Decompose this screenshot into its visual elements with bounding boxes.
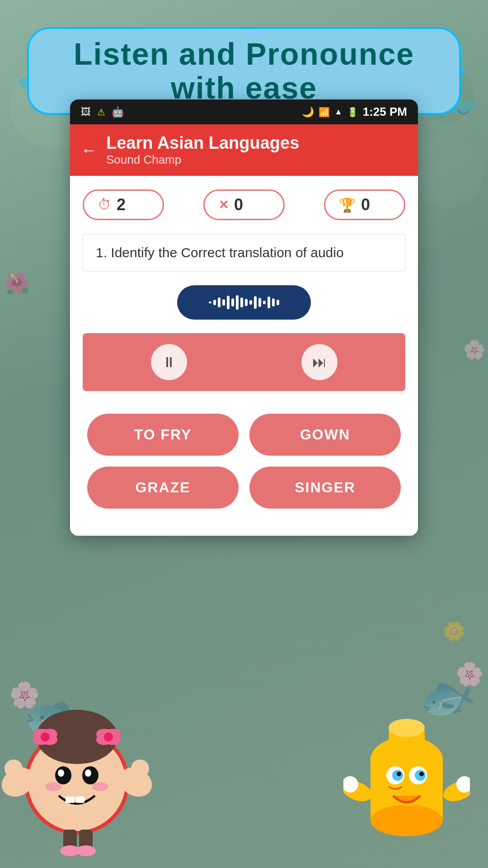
svg-point-20 (131, 760, 149, 778)
trophy-value: 0 (361, 195, 370, 214)
answer-button-0[interactable]: TO FRY (87, 414, 239, 456)
flower-5: 🌺 (5, 271, 30, 295)
app-title: Learn Asian Languages (106, 133, 299, 153)
svg-point-6 (45, 782, 61, 791)
wave-bar (222, 299, 225, 306)
pause-button[interactable]: ⏸ (151, 344, 187, 380)
flower-6: 🌸 (463, 339, 486, 360)
answer-button-3[interactable]: SINGER (249, 467, 401, 509)
skip-button[interactable]: ⏭ (301, 344, 338, 380)
android-status-icon: 🤖 (112, 106, 124, 118)
wave-bar (263, 301, 266, 304)
question-text: 1. Identify the Correct translation of a… (96, 245, 344, 260)
audio-play-button[interactable] (177, 285, 311, 320)
trophy-icon: 🏆 (339, 197, 356, 213)
score-row: ⏱ 2 ✕ 0 🏆 0 (83, 189, 405, 220)
wave-bar (277, 300, 279, 305)
status-icons-left: 🖼 ⚠ 🤖 (81, 106, 124, 118)
svg-rect-9 (75, 797, 84, 803)
svg-point-5 (85, 769, 91, 777)
svg-point-7 (92, 782, 108, 791)
wave-bar (231, 298, 234, 307)
wave-bar (240, 297, 243, 307)
app-subtitle: Sound Champ (106, 153, 299, 167)
wrong-value: 0 (234, 195, 243, 214)
image-status-icon: 🖼 (81, 106, 91, 118)
timer-value: 2 (117, 195, 126, 214)
svg-point-16 (104, 732, 113, 741)
wave-bar (227, 296, 230, 309)
moon-icon: 🌙 (302, 106, 314, 118)
phone-container: 🖼 ⚠ 🤖 🌙 📶 ▲ 🔋 1:25 PM ← Learn Asian Lang… (70, 99, 418, 536)
character-right (343, 687, 470, 859)
alert-status-icon: ⚠ (97, 107, 105, 118)
wave-bar (267, 297, 270, 308)
svg-rect-8 (66, 797, 75, 803)
app-title-block: Learn Asian Languages Sound Champ (106, 133, 299, 167)
wrong-badge: ✕ 0 (203, 189, 285, 220)
wrong-icon: ✕ (218, 198, 229, 212)
svg-point-27 (371, 805, 443, 836)
content-area: ⏱ 2 ✕ 0 🏆 0 1. Identify the Correct tran… (70, 176, 418, 536)
wave-bar (245, 299, 248, 306)
svg-point-4 (58, 769, 64, 777)
wave-bar (272, 298, 275, 307)
pause-icon: ⏸ (162, 354, 176, 371)
skip-icon: ⏭ (312, 354, 327, 371)
header-banner-text: Listen and Pronounce with ease (74, 37, 414, 105)
deco-circle-2 (411, 136, 483, 208)
flower-4: 🌼 (443, 621, 465, 642)
waveform (209, 295, 279, 310)
wave-bar (209, 302, 211, 303)
svg-point-18 (5, 760, 23, 778)
answer-button-1[interactable]: GOWN (249, 414, 401, 456)
wave-bar (254, 296, 257, 309)
trophy-badge: 🏆 0 (324, 189, 405, 220)
status-bar: 🖼 ⚠ 🤖 🌙 📶 ▲ 🔋 1:25 PM (70, 99, 418, 124)
question-box: 1. Identify the Correct translation of a… (83, 234, 405, 272)
wave-bar (213, 300, 216, 305)
character-left (0, 678, 154, 859)
battery-icon: 🔋 (347, 107, 358, 118)
status-icons-right: 🌙 📶 ▲ 🔋 1:25 PM (302, 105, 407, 119)
wave-bar (258, 298, 261, 307)
back-button[interactable]: ← (81, 141, 97, 160)
svg-point-13 (41, 732, 50, 741)
wave-bar (249, 300, 252, 305)
svg-point-24 (76, 845, 96, 856)
svg-point-29 (389, 719, 425, 737)
answer-button-2[interactable]: GRAZE (87, 467, 239, 509)
svg-point-34 (397, 772, 401, 776)
controls-row: ⏸ ⏭ (83, 333, 405, 391)
audio-button-wrapper (83, 285, 405, 320)
timer-badge: ⏱ 2 (83, 189, 164, 220)
wave-bar (218, 297, 221, 307)
signal-icon: ▲ (334, 107, 343, 117)
app-bar: ← Learn Asian Languages Sound Champ (70, 124, 418, 176)
svg-point-35 (419, 772, 424, 776)
answer-grid: TO FRY GOWN GRAZE SINGER (83, 414, 405, 522)
wave-bar (236, 295, 239, 310)
clock-icon: ⏱ (98, 197, 111, 212)
wifi-icon: 📶 (319, 107, 330, 118)
status-time: 1:25 PM (363, 105, 407, 119)
